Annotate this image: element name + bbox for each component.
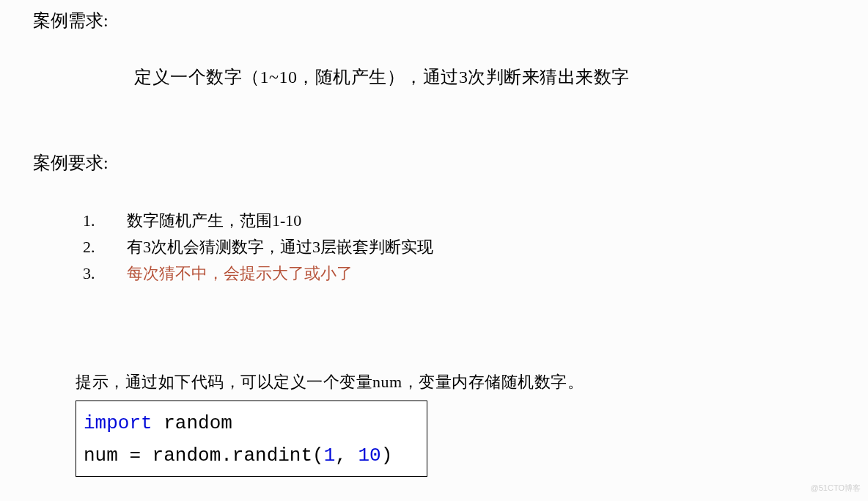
code-number: 10 xyxy=(358,445,380,467)
code-line-2: num = random.randint(1, 10) xyxy=(84,439,419,472)
code-text: num = random.randint( xyxy=(84,445,324,467)
case-description: 定义一个数字（1~10，随机产生），通过3次判断来猜出来数字 xyxy=(134,65,835,89)
watermark: @51CTO博客 xyxy=(811,483,861,494)
section-heading-1: 案例需求: xyxy=(33,9,835,32)
keyword-import: import xyxy=(84,412,152,434)
code-text: , xyxy=(335,445,358,467)
code-text: ) xyxy=(381,445,393,467)
list-number: 2. xyxy=(83,234,127,260)
list-item: 3. 每次猜不中，会提示大了或小了 xyxy=(83,260,835,287)
code-block: import random num = random.randint(1, 10… xyxy=(76,401,427,477)
hint-text: 提示，通过如下代码，可以定义一个变量num，变量内存储随机数字。 xyxy=(76,371,835,393)
list-item: 2. 有3次机会猜测数字，通过3层嵌套判断实现 xyxy=(83,234,835,260)
code-number: 1 xyxy=(324,445,336,467)
list-text: 有3次机会猜测数字，通过3层嵌套判断实现 xyxy=(127,234,433,260)
code-text: random xyxy=(152,412,232,434)
requirement-list: 1. 数字随机产生，范围1-10 2. 有3次机会猜测数字，通过3层嵌套判断实现… xyxy=(83,208,835,287)
list-number: 1. xyxy=(83,208,127,234)
list-number: 3. xyxy=(83,260,127,287)
code-line-1: import random xyxy=(84,407,419,439)
list-text-highlight: 每次猜不中，会提示大了或小了 xyxy=(127,260,353,287)
list-text: 数字随机产生，范围1-10 xyxy=(127,208,301,234)
section-heading-2: 案例要求: xyxy=(33,151,835,175)
list-item: 1. 数字随机产生，范围1-10 xyxy=(83,208,835,234)
